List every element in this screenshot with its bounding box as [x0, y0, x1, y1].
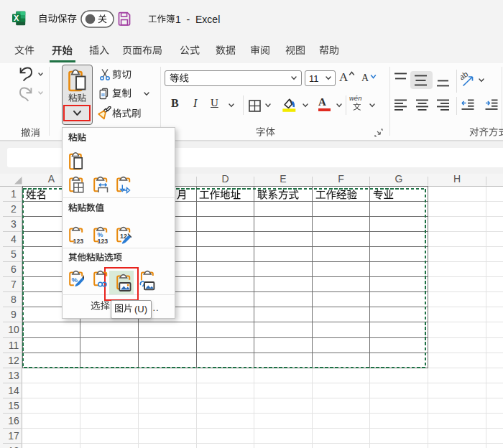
svg-text:123: 123	[97, 237, 108, 244]
svg-text:%: %	[71, 276, 78, 284]
svg-text:123: 123	[73, 237, 84, 244]
